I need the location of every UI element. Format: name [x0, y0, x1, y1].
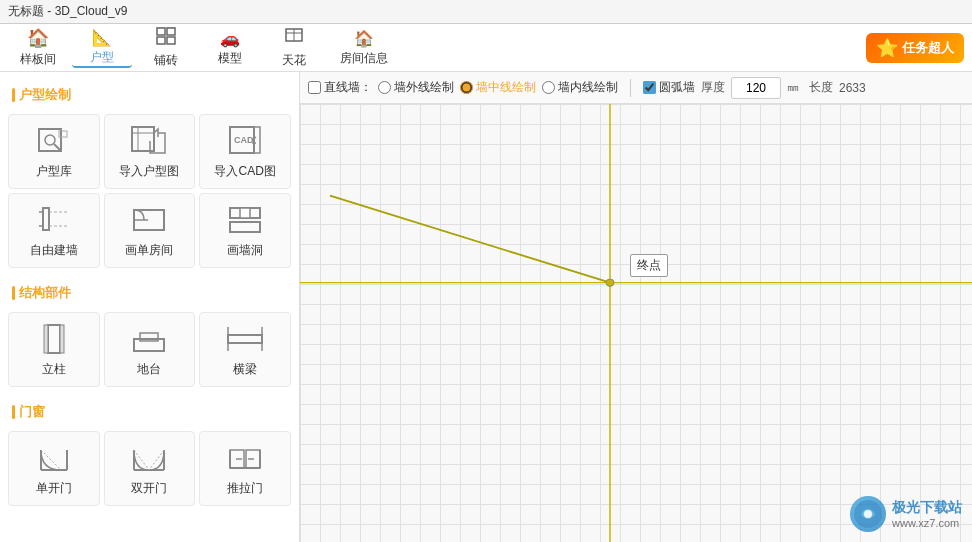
double-door-label: 双开门 — [131, 480, 167, 497]
straight-wall-input[interactable] — [308, 81, 321, 94]
sidebar-item-draw-hole[interactable]: 画墙洞 — [199, 193, 291, 268]
task-hero-label: ⭐ 任务超人 — [866, 33, 964, 63]
arc-wall-group: 圆弧墙 厚度 ㎜ 长度 2633 — [643, 77, 866, 99]
platform-icon — [129, 321, 169, 357]
straight-wall-group: 直线墙： 墙外线绘制 墙中线绘制 墙内线绘制 — [308, 79, 618, 96]
svg-rect-2 — [157, 37, 165, 44]
nav-bar: 🏠 样板间 📐 户型 铺砖 🚗 模型 天花 — [0, 24, 972, 72]
svg-rect-27 — [240, 208, 250, 218]
svg-rect-19 — [43, 208, 49, 230]
center-line-radio[interactable]: 墙中线绘制 — [460, 79, 536, 96]
sidebar-item-platform[interactable]: 地台 — [104, 312, 196, 387]
import-floor-label: 导入户型图 — [119, 163, 179, 180]
draw-hole-icon — [225, 202, 265, 238]
sidebar-item-import-floor[interactable]: 导入户型图 — [104, 114, 196, 189]
sidebar-item-floor-plan-lib[interactable]: 户型库 — [8, 114, 100, 189]
watermark: 极光下载站 www.xz7.com — [850, 496, 962, 532]
beam-label: 横梁 — [233, 361, 257, 378]
floor-plan-grid: 户型库 导入户型图 — [0, 108, 299, 274]
thickness-unit: ㎜ — [787, 79, 799, 96]
svg-line-10 — [54, 144, 61, 151]
structure-grid: 立柱 地台 — [0, 306, 299, 393]
thickness-input[interactable] — [731, 77, 781, 99]
import-cad-label: 导入CAD图 — [214, 163, 275, 180]
svg-line-42 — [41, 450, 61, 470]
model-icon: 🚗 — [220, 29, 240, 48]
canvas-toolbar: 直线墙： 墙外线绘制 墙中线绘制 墙内线绘制 — [300, 72, 972, 104]
svg-rect-1 — [167, 28, 175, 35]
section-floor-plan-drawing: 户型绘制 户型库 — [0, 80, 299, 274]
task-hero-button[interactable]: ⭐ 任务超人 — [866, 33, 964, 63]
section-title-floor-plan: 户型绘制 — [0, 80, 299, 108]
sidebar-item-free-wall[interactable]: 自由建墙 — [8, 193, 100, 268]
watermark-main: 极光下载站 — [892, 499, 962, 517]
draw-hole-label: 画墙洞 — [227, 242, 263, 259]
import-cad-icon: CAD — [225, 123, 265, 159]
sidebar-item-beam[interactable]: 横梁 — [199, 312, 291, 387]
doors-grid: 单开门 双开门 — [0, 425, 299, 512]
svg-rect-31 — [60, 325, 64, 353]
outer-line-input[interactable] — [378, 81, 391, 94]
arc-wall-checkbox[interactable]: 圆弧墙 — [643, 79, 695, 96]
nav-ceiling[interactable]: 天花 — [264, 28, 324, 68]
sidebar-item-single-door[interactable]: 单开门 — [8, 431, 100, 506]
floor-plan-lib-label: 户型库 — [36, 163, 72, 180]
main-layout: 户型绘制 户型库 — [0, 72, 972, 542]
outer-line-label: 墙外线绘制 — [394, 79, 454, 96]
beam-icon — [225, 321, 265, 357]
svg-line-46 — [134, 450, 149, 470]
canvas-grid — [300, 104, 972, 542]
nav-ceiling-label: 天花 — [282, 52, 306, 69]
thickness-label: 厚度 — [701, 79, 725, 96]
watermark-sub: www.xz7.com — [892, 517, 962, 529]
svg-rect-30 — [44, 325, 48, 353]
inner-line-radio[interactable]: 墙内线绘制 — [542, 79, 618, 96]
canvas-area[interactable]: 直线墙： 墙外线绘制 墙中线绘制 墙内线绘制 — [300, 72, 972, 542]
nav-tile[interactable]: 铺砖 — [136, 28, 196, 68]
column-icon — [34, 321, 74, 357]
sidebar-item-import-cad[interactable]: CAD 导入CAD图 — [199, 114, 291, 189]
watermark-logo — [850, 496, 886, 532]
inner-line-input[interactable] — [542, 81, 555, 94]
floor-plan-lib-icon — [34, 123, 74, 159]
double-door-icon — [129, 440, 169, 476]
app-title: 无标题 - 3D_Cloud_v9 — [8, 3, 127, 20]
single-room-label: 画单房间 — [125, 242, 173, 259]
sliding-door-label: 推拉门 — [227, 480, 263, 497]
column-label: 立柱 — [42, 361, 66, 378]
straight-wall-label: 直线墙： — [324, 79, 372, 96]
title-bar: 无标题 - 3D_Cloud_v9 — [0, 0, 972, 24]
section-doors-windows: 门窗 单开门 — [0, 397, 299, 512]
nav-room-info[interactable]: 🏠 房间信息 — [328, 28, 400, 68]
sidebar: 户型绘制 户型库 — [0, 72, 300, 542]
svg-point-9 — [45, 135, 55, 145]
sidebar-item-double-door[interactable]: 双开门 — [104, 431, 196, 506]
svg-line-47 — [149, 450, 164, 470]
free-wall-label: 自由建墙 — [30, 242, 78, 259]
single-door-icon — [34, 440, 74, 476]
sidebar-item-column[interactable]: 立柱 — [8, 312, 100, 387]
center-line-input[interactable] — [460, 81, 473, 94]
arc-wall-input[interactable] — [643, 81, 656, 94]
center-line-label: 墙中线绘制 — [476, 79, 536, 96]
free-wall-icon — [34, 202, 74, 238]
inner-line-label: 墙内线绘制 — [558, 79, 618, 96]
sidebar-item-single-room[interactable]: 画单房间 — [104, 193, 196, 268]
ceiling-icon — [284, 27, 304, 50]
svg-rect-34 — [228, 335, 262, 343]
nav-sample-room[interactable]: 🏠 样板间 — [8, 28, 68, 68]
single-room-icon — [129, 202, 169, 238]
section-title-doors: 门窗 — [0, 397, 299, 425]
nav-room-info-label: 房间信息 — [340, 50, 388, 67]
length-value: 2633 — [839, 81, 866, 95]
outer-line-radio[interactable]: 墙外线绘制 — [378, 79, 454, 96]
nav-model-label: 模型 — [218, 50, 242, 67]
sidebar-item-sliding-door[interactable]: 推拉门 — [199, 431, 291, 506]
sliding-door-icon — [225, 440, 265, 476]
toolbar-divider1 — [630, 79, 631, 97]
nav-model[interactable]: 🚗 模型 — [200, 28, 260, 68]
svg-point-56 — [864, 510, 872, 518]
nav-floor-plan[interactable]: 📐 户型 — [72, 28, 132, 68]
single-door-label: 单开门 — [36, 480, 72, 497]
straight-wall-checkbox[interactable]: 直线墙： — [308, 79, 372, 96]
